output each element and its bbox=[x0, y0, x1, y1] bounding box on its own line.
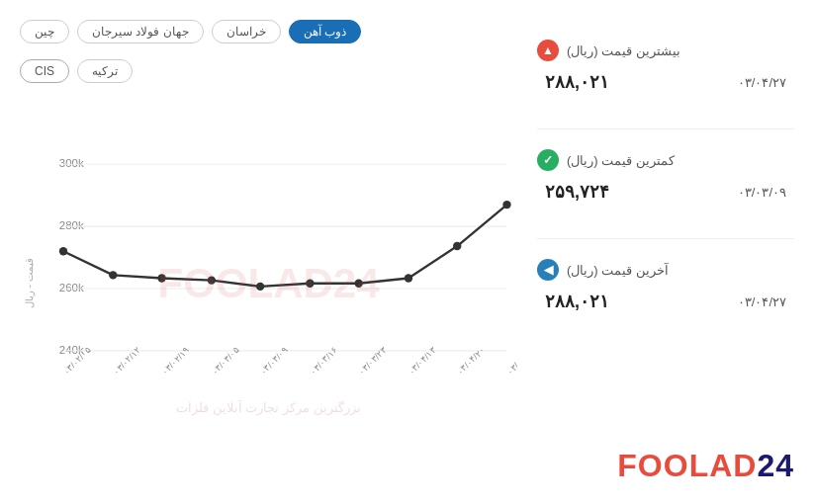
tag-khorasan[interactable]: خراسان bbox=[212, 20, 281, 43]
last-price-icon: ◀ bbox=[537, 259, 559, 281]
left-panel: بیشترین قیمت (ریال) ▲ ۰۳/۰۴/۲۷ ۲۸۸,۰۲۱ ک… bbox=[537, 20, 794, 484]
chart-point-7 bbox=[405, 274, 412, 282]
last-price-value: ۲۸۸,۰۲۱ bbox=[545, 291, 609, 312]
last-price-date: ۰۳/۰۴/۲۷ bbox=[738, 294, 786, 309]
svg-text:۰۳/۰۳/۰۹: ۰۳/۰۳/۰۹ bbox=[258, 345, 290, 377]
svg-text:۰۳/۰۳/۱۶: ۰۳/۰۳/۱۶ bbox=[308, 345, 339, 377]
chart-point-9 bbox=[502, 201, 510, 209]
min-price-block: کمترین قیمت (ریال) ✓ ۰۳/۰۳/۰۹ ۲۵۹,۷۲۴ bbox=[537, 149, 794, 203]
svg-text:۰۳/۰۳/۰۵: ۰۳/۰۳/۰۵ bbox=[210, 345, 241, 377]
chart-point-8 bbox=[453, 242, 461, 250]
tags-row: ذوب آهن خراسان جهان فولاد سیرجان چین bbox=[20, 20, 517, 43]
max-price-label: بیشترین قیمت (ریال) bbox=[567, 43, 680, 58]
last-price-block: آخرین قیمت (ریال) ◀ ۰۳/۰۴/۲۷ ۲۸۸,۰۲۱ bbox=[537, 259, 794, 312]
svg-text:۰۳/۰۴/۱۳: ۰۳/۰۴/۱۳ bbox=[407, 345, 438, 377]
svg-text:قیمت - ریال: قیمت - ریال bbox=[24, 258, 36, 308]
tag-turkey[interactable]: ترکیه bbox=[77, 59, 133, 83]
svg-text:۰۳/۰۴/۲۰: ۰۳/۰۴/۲۰ bbox=[455, 345, 487, 377]
chart-point-2 bbox=[157, 274, 165, 282]
chart-point-4 bbox=[256, 283, 264, 291]
svg-text:280k: 280k bbox=[59, 219, 84, 231]
chart-point-3 bbox=[208, 276, 216, 284]
chart-point-1 bbox=[109, 271, 117, 279]
svg-text:300k: 300k bbox=[59, 157, 84, 169]
right-panel: ذوب آهن خراسان جهان فولاد سیرجان چین ترک… bbox=[20, 20, 517, 484]
max-price-value: ۲۸۸,۰۲۱ bbox=[545, 71, 609, 93]
svg-text:260k: 260k bbox=[59, 282, 84, 294]
logo: FOOLAD24 bbox=[537, 418, 794, 484]
tag-zobahan[interactable]: ذوب آهن bbox=[289, 20, 361, 43]
chart-point-0 bbox=[59, 247, 67, 255]
min-price-label: کمترین قیمت (ریال) bbox=[567, 153, 675, 168]
logo-text: FOOLAD24 bbox=[617, 448, 794, 483]
chart-point-5 bbox=[306, 280, 314, 288]
max-price-icon: ▲ bbox=[537, 40, 559, 61]
svg-text:۰۳/۰۲/۱۲: ۰۳/۰۲/۱۲ bbox=[111, 345, 142, 377]
min-price-icon: ✓ bbox=[537, 149, 559, 171]
min-price-date: ۰۳/۰۳/۰۹ bbox=[738, 185, 786, 200]
divider-2 bbox=[537, 238, 794, 239]
max-price-block: بیشترین قیمت (ریال) ▲ ۰۳/۰۴/۲۷ ۲۸۸,۰۲۱ bbox=[537, 40, 794, 93]
svg-text:۰۳/۰۲/۱۹: ۰۳/۰۲/۱۹ bbox=[160, 345, 192, 377]
min-price-value: ۲۵۹,۷۲۴ bbox=[545, 181, 609, 203]
divider-1 bbox=[537, 128, 794, 129]
chart-point-6 bbox=[354, 280, 362, 288]
svg-text:۰۳/۰۴/۲۷: ۰۳/۰۴/۲۷ bbox=[505, 345, 517, 377]
tag-china[interactable]: چین bbox=[20, 20, 69, 43]
last-price-label: آخرین قیمت (ریال) bbox=[567, 263, 669, 278]
chart-area: FOOLAD24 بزرگترین مرکز تجارت آنلاین فلزا… bbox=[20, 93, 517, 484]
max-price-date: ۰۳/۰۴/۲۷ bbox=[738, 75, 786, 90]
price-chart: 300k 280k 260k 240k قیمت - ریال bbox=[20, 93, 517, 484]
logo-foolad: FOOLAD bbox=[617, 448, 757, 483]
svg-text:۰۳/۰۳/۲۳: ۰۳/۰۳/۲۳ bbox=[357, 345, 389, 377]
tag-cis[interactable]: CIS bbox=[20, 59, 69, 83]
chart-watermark-sub: بزرگترین مرکز تجارت آنلاین فلزات bbox=[176, 400, 360, 415]
logo-24: 24 bbox=[757, 448, 794, 483]
tag-jahan[interactable]: جهان فولاد سیرجان bbox=[77, 20, 204, 43]
